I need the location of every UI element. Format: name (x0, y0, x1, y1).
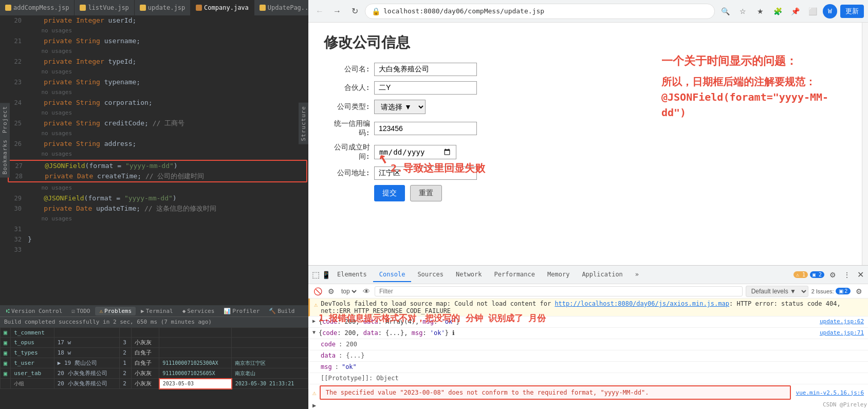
tab-listvue[interactable]: listVue.jsp (75, 0, 134, 15)
window-icon-btn[interactable]: ⬜ (805, 4, 820, 18)
label-project[interactable]: Project (0, 103, 10, 136)
submit-button[interactable]: 提交 (374, 185, 405, 201)
annotation-text: 所以，日期框后端的注解要规范： @JSONField(foramt="yyyy-… (661, 74, 846, 120)
db-table-list: ▣ t_comment ▣ t_opus 17 w3小灰灰 ▣ t_types … (0, 327, 308, 409)
filter-input[interactable] (375, 286, 743, 296)
tab-memory[interactable]: Memory (541, 268, 576, 282)
tab-more[interactable]: » (629, 268, 645, 282)
tab-sources[interactable]: Sources (411, 268, 450, 282)
page-title: 修改公司信息 (324, 33, 846, 52)
db-list-row[interactable]: ▣ t_opus 17 w3小灰灰 (1, 338, 308, 348)
issues-button[interactable]: 2 Issues: ▣ 2 (811, 288, 851, 294)
tab-profiler[interactable]: 📊 Profiler (219, 307, 264, 315)
console-entry-2[interactable]: ▼ {code: 200, data: {...}, msg: 'ok'} ℹ … (308, 328, 868, 339)
levels-select[interactable]: Default levels ▼ (746, 286, 808, 297)
label-type: 公司类型: (324, 102, 370, 111)
db-list-row[interactable]: ▣ t_user ▶ 19 爬山公司1白兔子 9111000071025300A… (1, 358, 308, 368)
reload-button[interactable]: ↻ (347, 4, 362, 18)
input-credit[interactable] (374, 122, 477, 135)
tab-console[interactable]: Console (373, 268, 412, 282)
label-credit: 统一信用编码: (324, 119, 370, 138)
clear-console-icon[interactable]: 🚫 (312, 286, 323, 296)
tab-company[interactable]: Company.java (191, 0, 254, 15)
db-list-row[interactable]: ▣ t_types 18 w2白兔子 (1, 348, 308, 358)
form-group-founded: 公司成立时间: (324, 143, 846, 161)
devtools-close-button[interactable]: ✕ (855, 270, 866, 280)
devtools-tabs: ⬚ 📱 Elements Console Sources Network Per… (308, 266, 868, 284)
tab-update[interactable]: update.jsp (135, 0, 191, 15)
more-options-btn[interactable]: ⋮ (841, 269, 853, 281)
input-partner[interactable] (374, 81, 477, 95)
error-source[interactable]: vue.min-v2.5.16.js:6 (796, 389, 864, 396)
code-line-25: 25 private String creditCode; // 工商号 (8, 118, 308, 128)
db-list-row[interactable]: ▣ t_comment (1, 328, 308, 338)
form-buttons: 提交 重置 (374, 185, 846, 201)
sidebar-labels-left: Project Bookmarks (0, 103, 10, 178)
settings-icon-btn[interactable]: ⚙ (826, 269, 839, 281)
page-scrollbar[interactable] (862, 23, 868, 265)
code-line-23: 23 private String typename; (8, 77, 308, 87)
expand-icon-1: ▶ (312, 318, 316, 324)
source-map-link[interactable]: http://localhost:8080/day06/js/axios.min… (555, 300, 729, 307)
pin-icon-btn[interactable]: 📌 (788, 4, 802, 18)
devtools-toolbar: 🚫 ⚙ top 👁 Default levels ▼ 2 Issues: ▣ 2… (308, 284, 868, 299)
context-select[interactable]: top (339, 287, 358, 295)
console-entry-1[interactable]: ▶ {code: 200, data: Array(4), msg: 'ok'}… (308, 317, 868, 328)
source-link-1[interactable]: update.jsp:62 (820, 318, 864, 325)
bookmark-icon-btn[interactable]: ☆ (735, 4, 750, 18)
label-partner: 合伙人: (324, 83, 370, 92)
tab-updatepag[interactable]: UpdatePag... (254, 0, 308, 15)
reset-button[interactable]: 重置 (410, 185, 442, 201)
tab-todo[interactable]: ☑ TODO (67, 307, 94, 315)
expand-icon-2: ▼ (312, 329, 316, 335)
label-founded: 公司成立时间: (324, 143, 370, 161)
tab-build[interactable]: 🔨 Build (265, 307, 299, 315)
sidebar-labels-right: Structure (299, 103, 308, 144)
jsp-icon (260, 5, 266, 11)
console-error-row: ⚠ The specified value "2023-00-08" does … (308, 384, 868, 401)
eye-icon-btn[interactable]: 👁 (361, 286, 372, 296)
tab-elements[interactable]: Elements (331, 268, 373, 282)
source-link-2[interactable]: update.jsp:71 (820, 329, 864, 336)
devtools-mobile-icon[interactable]: 📱 (321, 270, 331, 280)
back-button[interactable]: ← (312, 4, 327, 18)
devtools-inspect-icon[interactable]: ⬚ (310, 270, 321, 280)
code-no-usages-6: no usages (8, 128, 308, 139)
avatar-button[interactable]: W (823, 4, 837, 18)
code-no-usages-2: no usages (8, 46, 308, 57)
console-settings-icon[interactable]: ⚙ (326, 286, 336, 296)
update-browser-button[interactable]: 更新 (840, 5, 864, 18)
label-bookmarks[interactable]: Bookmarks (0, 136, 10, 178)
issues-settings-icon[interactable]: ⚙ (854, 286, 864, 296)
browser-chrome: ← → ↻ 🔒 localhost:8080/day06/compMess/up… (308, 0, 868, 23)
devtools-console[interactable]: ⚠ DevTools failed to load source map: Co… (308, 299, 868, 409)
tab-version-control[interactable]: ⑆ Version Control (2, 307, 66, 315)
tab-terminal[interactable]: ▶ Terminal (137, 307, 177, 315)
csdn-watermark: CSDN @Pireley (823, 401, 867, 408)
tab-application[interactable]: Application (576, 268, 629, 282)
extensions-icon-btn[interactable]: 🧩 (770, 4, 785, 18)
address-bar[interactable]: 🔒 localhost:8080/day06/compMess/update.j… (365, 4, 715, 19)
label-company-name: 公司名: (324, 65, 370, 74)
label-structure[interactable]: Structure (299, 103, 308, 144)
ide-tabs: addCompMess.jsp listVue.jsp update.jsp C… (0, 0, 308, 15)
label-address: 公司地址: (324, 169, 370, 178)
jsp-icon (140, 5, 146, 11)
tab-network[interactable]: Network (450, 268, 488, 282)
tab-services[interactable]: ◆ Services (178, 307, 219, 315)
db-list-row-highlighted[interactable]: 小组 20 小灰兔养殖公司2小灰灰 2023-05-03 2023-05-30 … (1, 379, 308, 389)
search-icon-btn[interactable]: 🔍 (718, 4, 732, 18)
annotation-title: 一个关于时间显示的问题： (661, 53, 846, 69)
select-type[interactable]: 请选择 ▼ (374, 100, 426, 114)
tab-problems[interactable]: ⚠ Problems (95, 307, 136, 315)
star-icon-btn[interactable]: ★ (753, 4, 767, 18)
console-expand-arrow[interactable]: ▶ (308, 401, 868, 409)
tab-performance[interactable]: Performance (488, 268, 541, 282)
code-line-20: 20 private Integer userId; (8, 15, 308, 26)
db-list-row[interactable]: ▣ user_tab 20 小灰兔养殖公司2小灰灰 91110000710256… (1, 368, 308, 379)
tab-addcompmess[interactable]: addCompMess.jsp (0, 0, 75, 15)
code-editor[interactable]: 20 private Integer userId; no usages 21 … (0, 15, 308, 305)
forward-button[interactable]: → (330, 4, 344, 18)
warning-icon: ⚠ (314, 301, 318, 308)
input-company-name[interactable] (374, 63, 477, 76)
